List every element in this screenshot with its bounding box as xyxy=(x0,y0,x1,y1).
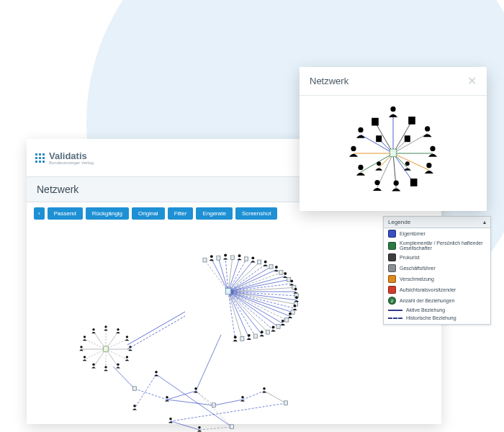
svg-point-69 xyxy=(284,272,287,275)
svg-point-233 xyxy=(194,387,197,390)
svg-rect-77 xyxy=(289,280,289,281)
svg-line-20 xyxy=(228,258,233,292)
svg-rect-133 xyxy=(279,325,279,325)
svg-rect-23 xyxy=(233,256,233,257)
svg-rect-17 xyxy=(218,258,219,259)
svg-rect-36 xyxy=(245,260,246,261)
svg-line-187 xyxy=(85,349,106,359)
svg-rect-239 xyxy=(212,406,213,407)
svg-rect-117 xyxy=(293,313,294,314)
svg-rect-153 xyxy=(256,335,256,336)
svg-point-59 xyxy=(275,266,278,269)
svg-point-294 xyxy=(426,163,431,168)
svg-line-210 xyxy=(135,389,167,400)
svg-rect-4 xyxy=(204,259,204,260)
svg-rect-76 xyxy=(288,280,289,281)
svg-point-241 xyxy=(241,396,244,399)
svg-line-120 xyxy=(228,292,287,320)
svg-rect-207 xyxy=(106,350,107,351)
svg-point-198 xyxy=(117,328,119,330)
svg-rect-125 xyxy=(287,320,287,320)
svg-rect-282 xyxy=(391,154,392,156)
svg-point-321 xyxy=(405,161,410,166)
svg-rect-290 xyxy=(410,122,411,123)
legend-header[interactable]: Legende ▴ xyxy=(384,217,490,228)
svg-rect-144 xyxy=(266,332,267,333)
legend-panel[interactable]: Legende ▴ EigentümerKomplementär / Persö… xyxy=(383,216,491,325)
svg-point-251 xyxy=(198,426,201,429)
svg-point-188 xyxy=(84,356,86,358)
svg-rect-301 xyxy=(414,184,415,185)
svg-point-79 xyxy=(290,279,293,282)
svg-rect-72 xyxy=(288,278,289,279)
legend-item: Verschmelzung xyxy=(384,274,490,284)
svg-line-208 xyxy=(127,312,185,345)
svg-point-303 xyxy=(374,180,379,185)
svg-line-191 xyxy=(85,339,106,349)
svg-rect-316 xyxy=(408,136,409,138)
svg-rect-205 xyxy=(106,348,107,349)
svg-line-168 xyxy=(228,292,235,340)
legend-item: Aufsichtsratsvorsitzender xyxy=(384,284,490,295)
svg-line-218 xyxy=(199,427,232,430)
svg-rect-281 xyxy=(393,152,395,153)
svg-point-322 xyxy=(377,161,381,166)
svg-rect-248 xyxy=(284,404,285,405)
svg-rect-315 xyxy=(405,136,407,138)
fit-button[interactable]: Passend xyxy=(48,207,83,220)
svg-rect-74 xyxy=(288,279,289,280)
svg-rect-257 xyxy=(230,428,231,428)
svg-line-223 xyxy=(113,366,135,389)
svg-rect-247 xyxy=(286,402,287,403)
export-button[interactable]: Engerate xyxy=(196,207,232,220)
svg-rect-146 xyxy=(266,333,267,333)
svg-rect-308 xyxy=(373,119,374,120)
svg-rect-286 xyxy=(410,117,411,119)
original-button[interactable]: Original xyxy=(132,207,165,220)
svg-rect-289 xyxy=(412,120,413,121)
svg-rect-236 xyxy=(214,403,215,404)
svg-rect-33 xyxy=(246,257,247,258)
svg-line-0 xyxy=(205,260,228,292)
svg-rect-12 xyxy=(217,256,218,257)
svg-rect-105 xyxy=(296,304,297,305)
filter-button[interactable]: Filter xyxy=(168,207,194,220)
svg-rect-312 xyxy=(373,123,374,125)
svg-rect-73 xyxy=(289,278,289,279)
svg-point-139 xyxy=(272,325,275,328)
close-icon[interactable]: ✕ xyxy=(467,74,477,88)
svg-rect-53 xyxy=(271,265,272,266)
svg-rect-57 xyxy=(271,267,272,268)
svg-line-185 xyxy=(94,349,106,366)
svg-rect-45 xyxy=(259,261,260,262)
svg-rect-172 xyxy=(228,289,229,289)
svg-rect-291 xyxy=(412,122,413,123)
legend-item: Prokurist xyxy=(384,252,490,263)
svg-rect-313 xyxy=(375,123,377,125)
svg-rect-318 xyxy=(408,138,409,140)
screenshot-button[interactable]: Screenshot xyxy=(235,207,277,220)
svg-rect-278 xyxy=(391,150,392,151)
count-badge-icon: 2 xyxy=(388,297,396,305)
svg-rect-82 xyxy=(293,286,294,287)
undo-button[interactable]: Rückgängig xyxy=(86,207,129,220)
legend-collapse-icon[interactable]: ▴ xyxy=(483,219,486,225)
collapse-button[interactable]: ‹ xyxy=(34,207,45,220)
svg-rect-55 xyxy=(271,266,272,267)
svg-rect-231 xyxy=(135,390,135,390)
svg-point-129 xyxy=(282,320,284,323)
svg-rect-155 xyxy=(256,336,256,336)
svg-rect-6 xyxy=(204,261,204,261)
svg-rect-127 xyxy=(287,320,287,321)
svg-point-186 xyxy=(92,363,94,365)
dashed-line-icon xyxy=(388,318,402,319)
network-canvas[interactable] xyxy=(27,220,441,432)
svg-rect-26 xyxy=(231,258,232,259)
svg-rect-256 xyxy=(232,426,233,427)
svg-rect-124 xyxy=(286,320,287,320)
legend-swatch-icon xyxy=(388,286,396,294)
svg-rect-163 xyxy=(242,337,243,338)
svg-rect-115 xyxy=(293,312,294,312)
svg-rect-3 xyxy=(205,258,206,259)
svg-rect-310 xyxy=(373,121,374,122)
